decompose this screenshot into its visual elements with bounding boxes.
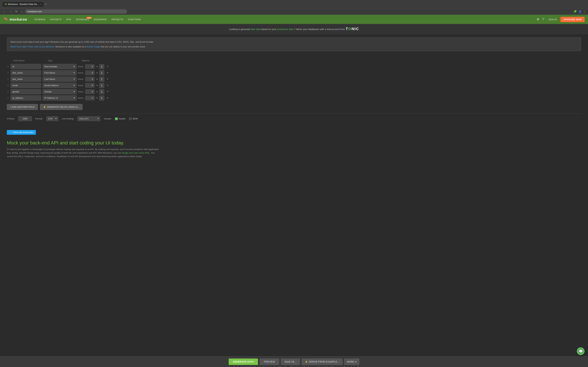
percent-sign: % — [96, 72, 98, 74]
docker-link[interactable]: docker image — [87, 45, 100, 48]
forward-button[interactable]: → — [8, 10, 13, 13]
help-icon[interactable]: ? — [542, 17, 545, 22]
table-row: ⠿ Row Number First NameLast NameEmail Ad… — [7, 70, 581, 75]
upgrade-button[interactable]: UPGRADE NOW — [561, 17, 585, 22]
type-select[interactable]: Row NumberFirst Name Last NameEmail Addr… — [43, 76, 77, 82]
type-select[interactable]: Row Number First NameLast NameEmail Addr… — [43, 70, 77, 75]
sign-in-link[interactable]: SIGN IN — [546, 17, 559, 22]
address-input[interactable] — [25, 9, 127, 14]
type-select[interactable]: Row NumberFirst NameLast Name Email Addr… — [43, 83, 77, 88]
sigma-icon: Σ — [101, 72, 103, 74]
settings-icon[interactable]: ⚙ — [536, 17, 540, 22]
generate-ai-button[interactable]: ⚡ GENERATE FIELDS USING AI... — [40, 104, 83, 110]
field-name-input[interactable] — [10, 76, 41, 82]
delete-field-button[interactable]: × — [106, 96, 110, 100]
table-row: ⠿ Row NumberFirst NameLast Name Email Ad… — [7, 83, 581, 88]
nav-databases[interactable]: DATABASES NEW — [74, 17, 91, 22]
type-select[interactable]: Row Number First NameLast NameEmail Addr… — [43, 64, 77, 69]
pricing-link[interactable]: Need more data? Plans start at just $60/… — [10, 45, 55, 48]
nav-apis[interactable]: APIS — [64, 17, 73, 22]
formula-button[interactable]: Σ — [99, 70, 104, 75]
header-checkbox[interactable]: ✓ — [115, 117, 118, 120]
type-select[interactable]: Row NumberFirst NameLast Name Email Addr… — [43, 89, 77, 94]
blank-percent-input[interactable] — [85, 96, 95, 100]
drag-handle-icon[interactable]: ⠿ — [7, 65, 9, 68]
browser-icons: 🧩 👤 ⋮ — [573, 10, 586, 13]
drag-handle-icon[interactable]: ⠿ — [7, 77, 9, 81]
drag-handle-icon[interactable]: ⠿ — [7, 71, 9, 75]
new-tab-button[interactable]: + — [44, 2, 48, 6]
format-select[interactable]: CSV JSON SQL Excel — [46, 116, 58, 121]
marketing-heading: Mock your back-end API and start coding … — [7, 140, 581, 146]
info-line2: Need more data? Plans start at just $60/… — [10, 45, 578, 49]
delete-field-button[interactable]: × — [106, 90, 110, 94]
blank-label: blank: — [78, 97, 84, 99]
generate-options: # Rows: Format: CSV JSON SQL Excel Line … — [7, 113, 581, 124]
line-ending-select[interactable]: Unix (LF) Windows (CRLF) — [78, 116, 100, 121]
browser-chrome: M Mockaroo - Random Data Ge... × + — [0, 0, 588, 8]
formula-button[interactable]: Σ — [99, 95, 104, 100]
tab-bar: M Mockaroo - Random Data Ge... × + — [2, 1, 48, 7]
blank-percent-input[interactable] — [85, 70, 95, 75]
back-button[interactable]: ← — [2, 10, 7, 13]
rows-input[interactable] — [18, 116, 32, 121]
nav-scenarios[interactable]: SCENARIOS — [92, 17, 109, 22]
kangaroo-icon: 🦘 — [3, 17, 9, 22]
field-name-input[interactable] — [10, 70, 41, 75]
drag-handle-icon[interactable]: ⠿ — [7, 96, 9, 100]
tab-close-btn[interactable]: × — [40, 3, 41, 5]
tonic-brand: TONIC — [346, 27, 359, 31]
nav-functions[interactable]: FUNCTIONS — [126, 17, 143, 22]
nav-right: ⚙ ? SIGN IN UPGRADE NOW — [536, 17, 585, 22]
delete-field-button[interactable]: × — [106, 83, 110, 87]
nav-projects[interactable]: PROJECTS — [109, 17, 125, 22]
blank-label: blank: — [78, 72, 84, 74]
table-row: ⠿ Row NumberFirst Name Last NameEmail Ad… — [7, 76, 581, 82]
blank-percent-input[interactable] — [85, 89, 95, 94]
drag-handle-icon[interactable]: ⠿ — [7, 84, 9, 87]
field-name-input[interactable] — [10, 95, 41, 100]
blank-percent-input[interactable] — [85, 77, 95, 81]
formula-button[interactable]: Σ — [99, 64, 104, 69]
nav-schemas[interactable]: SCHEMAS — [32, 17, 47, 22]
address-bar-row: ← → ↻ ⌂ 🧩 👤 ⋮ — [0, 8, 588, 15]
blank-percent-input[interactable] — [85, 64, 95, 69]
info-box: Need some mock data to test your app? Mo… — [7, 37, 581, 51]
main-content: Field Name Type Options ⠿ Row Number Fir… — [0, 55, 588, 127]
fake-data-link[interactable]: fake data — [251, 28, 261, 31]
ai-icon: ⚡ — [43, 106, 46, 108]
type-select[interactable]: Row NumberFirst NameLast Name Email Addr… — [43, 95, 77, 100]
twitter-follow-button[interactable]: 🐦 Follow @mockaroodev — [7, 130, 36, 135]
home-button[interactable]: ⌂ — [20, 10, 24, 13]
delete-field-button[interactable]: × — [106, 71, 110, 75]
nav-datasets[interactable]: DATASETS — [48, 17, 63, 22]
field-name-input[interactable] — [10, 89, 41, 94]
bom-checkbox[interactable] — [129, 117, 132, 120]
formula-button[interactable]: Σ — [99, 77, 104, 82]
field-name-input[interactable] — [10, 64, 41, 69]
refresh-button[interactable]: ↻ — [14, 9, 18, 13]
delete-field-button[interactable]: × — [106, 77, 110, 81]
mock-apis-link[interactable]: design your own mock APIs — [122, 151, 149, 154]
drag-handle-icon[interactable]: ⠿ — [7, 90, 9, 93]
col-type: Type — [46, 59, 80, 62]
delete-field-button[interactable]: × — [106, 64, 110, 69]
bom-checkbox-label[interactable]: BOM — [129, 117, 138, 120]
info-line1: Need some mock data to test your app? Mo… — [10, 40, 578, 44]
add-field-button[interactable]: + ADD ANOTHER FIELD — [7, 104, 38, 110]
nav-links: SCHEMAS DATASETS APIS DATABASES NEW SCEN… — [32, 17, 536, 22]
sigma-icon: Σ — [101, 84, 103, 87]
profile-icon: 👤 — [579, 10, 582, 13]
table-row: ⠿ Row NumberFirst NameLast Name Email Ad… — [7, 89, 581, 94]
header-checkbox-label[interactable]: ✓ header — [115, 117, 126, 120]
field-name-input[interactable] — [10, 83, 41, 88]
active-tab[interactable]: M Mockaroo - Random Data Ge... × — [2, 1, 44, 7]
blank-percent-input[interactable] — [85, 83, 95, 88]
sigma-icon: Σ — [101, 90, 103, 93]
formula-button[interactable]: Σ — [99, 83, 104, 88]
table-row: ⠿ Row Number First NameLast NameEmail Ad… — [7, 64, 581, 69]
logo[interactable]: 🦘 mockaroo — [3, 17, 27, 22]
formula-button[interactable]: Σ — [99, 89, 104, 94]
line-ending-label: Line Ending: — [62, 117, 74, 120]
production-data-link[interactable]: production data — [277, 28, 294, 31]
